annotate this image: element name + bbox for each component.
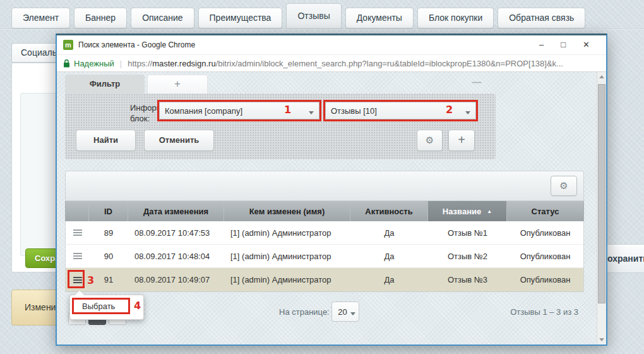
select-spinner-icon	[308, 106, 314, 115]
tab-purchase-block[interactable]: Блок покупки	[417, 8, 494, 28]
cancel-button[interactable]: Отменить	[144, 130, 214, 151]
column-header-modified[interactable]: Дата изменения	[128, 201, 224, 221]
lock-icon	[63, 59, 70, 68]
column-header-active[interactable]: Активность	[350, 201, 428, 221]
plus-icon: +	[458, 133, 465, 147]
annotation-number-1: 1	[284, 104, 291, 116]
grid-toolbar: ⚙	[65, 171, 584, 201]
annotation-box-4: Выбрать	[72, 298, 130, 314]
scrollbar-thumb[interactable]	[598, 84, 605, 303]
tab-documents[interactable]: Документы	[345, 8, 414, 28]
grid-settings-button[interactable]: ⚙	[551, 176, 577, 196]
tab-social-partial[interactable]: Социаль	[11, 43, 61, 63]
close-icon[interactable]: ✕	[583, 35, 590, 54]
column-header-modified-by[interactable]: Кем изменен (имя)	[224, 201, 350, 221]
minimize-icon[interactable]: –	[539, 35, 544, 54]
tab-advantages[interactable]: Преимущества	[198, 8, 283, 28]
menu-column-header	[66, 201, 89, 221]
table-header: ID Дата изменения Кем изменен (имя) Акти…	[65, 201, 584, 221]
annotation-number-3: 3	[87, 274, 94, 286]
window-title: Поиск элемента - Google Chrome	[78, 40, 195, 49]
per-page-select[interactable]: 20	[331, 302, 359, 322]
select-spinner-icon	[465, 106, 470, 115]
vertical-scrollbar[interactable]	[597, 72, 606, 345]
add-filter-tab[interactable]: +	[147, 75, 208, 94]
annotation-box-2: Отзывы [10]	[323, 100, 478, 121]
window-titlebar[interactable]: m Поиск элемента - Google Chrome – □ ✕	[57, 35, 606, 54]
gear-icon: ⚙	[559, 180, 568, 191]
annotation-number-4: 4	[134, 300, 141, 312]
right-save-button-label: охранить	[607, 253, 644, 264]
url-text: https://master.redsign.ru/bitrix/admin/i…	[128, 59, 563, 68]
row-menu-icon[interactable]	[73, 253, 82, 259]
scroll-up-icon[interactable]	[597, 72, 606, 82]
url-separator: |	[120, 59, 122, 68]
popup-body: Фильтр + — Информационный блок: Компания…	[57, 72, 606, 345]
address-bar[interactable]: Надежный | https://master.redsign.ru/bit…	[57, 54, 606, 72]
table-row[interactable]: 90 08.09.2017 10:48:04 [1] (admin) Админ…	[66, 245, 583, 268]
iblock-select[interactable]: Отзывы [10]	[325, 102, 476, 119]
right-save-button-partial[interactable]: охранить	[607, 244, 644, 273]
table-row[interactable]: 89 08.09.2017 10:47:53 [1] (admin) Админ…	[66, 221, 583, 245]
favicon-icon: m	[63, 40, 73, 50]
column-header-id[interactable]: ID	[89, 201, 128, 221]
collapse-filter-icon[interactable]: —	[468, 75, 485, 90]
column-header-status[interactable]: Статус	[507, 201, 583, 221]
per-page-label: На странице:	[279, 307, 330, 317]
sort-asc-icon: ▲	[487, 209, 492, 214]
context-menu-arrow	[75, 291, 84, 295]
results-summary: Отзывы 1 – 3 из 3	[510, 307, 578, 317]
find-button[interactable]: Найти	[76, 130, 136, 151]
tab-feedback[interactable]: Обратная связь	[498, 8, 585, 28]
annotation-number-2: 2	[446, 104, 453, 116]
tab-description[interactable]: Описание	[131, 8, 194, 28]
annotation-box-3	[68, 270, 85, 288]
scroll-down-icon[interactable]	[597, 334, 606, 345]
filter-add-button[interactable]: +	[448, 130, 475, 151]
row-context-menu: Выбрать	[69, 295, 144, 320]
row-menu-icon[interactable]	[73, 229, 82, 236]
iblock-type-select[interactable]: Компания [company]	[159, 102, 319, 119]
tabs-divider	[0, 28, 644, 30]
column-header-name-sorted[interactable]: Название ▲	[428, 201, 507, 221]
filter-settings-button[interactable]: ⚙	[417, 130, 443, 151]
context-menu-item-select[interactable]: Выбрать	[74, 302, 115, 311]
element-search-window: m Поиск элемента - Google Chrome – □ ✕ Н…	[56, 34, 607, 346]
security-label: Надежный	[74, 59, 114, 68]
top-tab-bar: Элемент Баннер Описание Преимущества Отз…	[11, 3, 585, 28]
tab-banner[interactable]: Баннер	[74, 8, 127, 28]
tab-reviews[interactable]: Отзывы	[286, 3, 341, 28]
select-spinner-icon	[350, 307, 355, 316]
filter-tab[interactable]: Фильтр	[65, 75, 145, 94]
table-row-highlighted[interactable]: 91 08.09.2017 10:49:07 [1] (admin) Админ…	[66, 268, 583, 291]
table-body: 89 08.09.2017 10:47:53 [1] (admin) Админ…	[65, 221, 584, 292]
maximize-icon[interactable]: □	[561, 35, 566, 54]
tab-element[interactable]: Элемент	[11, 8, 70, 28]
annotation-box-1: Компания [company]	[157, 100, 321, 121]
gear-icon: ⚙	[426, 135, 434, 145]
